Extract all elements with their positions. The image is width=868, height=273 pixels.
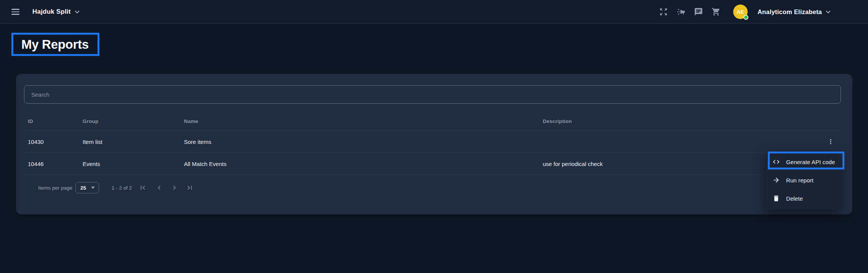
cell-description: use for periodical check [543, 153, 603, 175]
column-header-id[interactable]: ID [28, 112, 33, 131]
menu-item-label: Run report [786, 177, 814, 184]
cell-group: Events [83, 153, 100, 175]
topbar: Hajduk Split AE Analyticom Elizabeta [0, 0, 868, 24]
column-header-description[interactable]: Description [543, 112, 572, 131]
previous-page-icon[interactable] [154, 182, 165, 193]
avatar-initials: AE [737, 9, 744, 15]
table-row[interactable]: 10430 Item list Sore items [24, 131, 841, 153]
online-status-dot [743, 15, 748, 20]
page-title: My Reports [21, 37, 89, 52]
menu-icon[interactable] [11, 8, 20, 16]
cell-id: 10430 [28, 131, 44, 153]
cell-name: All Match Events [184, 153, 227, 175]
menu-item-generate-api-code[interactable]: Generate API code [766, 153, 839, 171]
app-frame: Hajduk Split AE Analyticom Elizabeta [0, 0, 868, 273]
trash-icon [772, 195, 780, 202]
cell-name: Sore items [184, 131, 211, 153]
announcements-icon[interactable] [676, 7, 686, 16]
page-size-select[interactable]: 25 [75, 182, 99, 193]
team-name: Hajduk Split [32, 8, 71, 16]
chevron-down-icon [825, 9, 831, 15]
paginator-range-label: 1 - 2 of 2 [112, 175, 132, 201]
paginator: Items per page 25 1 - 2 of 2 [24, 175, 841, 201]
cart-icon[interactable] [711, 7, 721, 16]
row-context-menu: Generate API code Run report Delete [766, 152, 839, 209]
cell-group: Item list [83, 131, 102, 153]
reports-card: ID Group Name Description 10430 Item lis… [16, 74, 852, 214]
menu-item-delete[interactable]: Delete [766, 189, 839, 208]
cell-id: 10446 [28, 153, 44, 175]
dropdown-arrow-icon [91, 187, 95, 189]
code-icon [772, 158, 780, 166]
team-selector[interactable]: Hajduk Split [32, 0, 80, 24]
user-menu[interactable]: Analyticom Elizabeta [758, 8, 831, 16]
menu-item-run-report[interactable]: Run report [766, 171, 839, 189]
table-row[interactable]: 10446 Events All Match Events use for pe… [24, 153, 841, 175]
chevron-down-icon [74, 9, 80, 15]
column-header-group[interactable]: Group [83, 112, 99, 131]
row-actions-kebab-icon[interactable] [823, 134, 838, 149]
first-page-icon[interactable] [137, 182, 148, 193]
topbar-right: AE Analyticom Elizabeta [659, 0, 831, 24]
avatar[interactable]: AE [733, 5, 748, 19]
page-size-value: 25 [80, 185, 86, 191]
menu-item-label: Delete [786, 195, 803, 202]
fullscreen-icon[interactable] [659, 7, 668, 16]
menu-item-label: Generate API code [786, 159, 835, 165]
items-per-page-label: Items per page [38, 175, 72, 201]
arrow-right-icon [772, 176, 780, 184]
title-annotation-box: My Reports [11, 33, 99, 56]
last-page-icon[interactable] [184, 182, 195, 193]
table-header-row: ID Group Name Description [24, 112, 841, 131]
messages-icon[interactable] [694, 7, 703, 16]
next-page-icon[interactable] [169, 182, 180, 193]
column-header-name[interactable]: Name [184, 112, 198, 131]
search-input[interactable] [24, 85, 841, 104]
user-name: Analyticom Elizabeta [758, 8, 822, 16]
